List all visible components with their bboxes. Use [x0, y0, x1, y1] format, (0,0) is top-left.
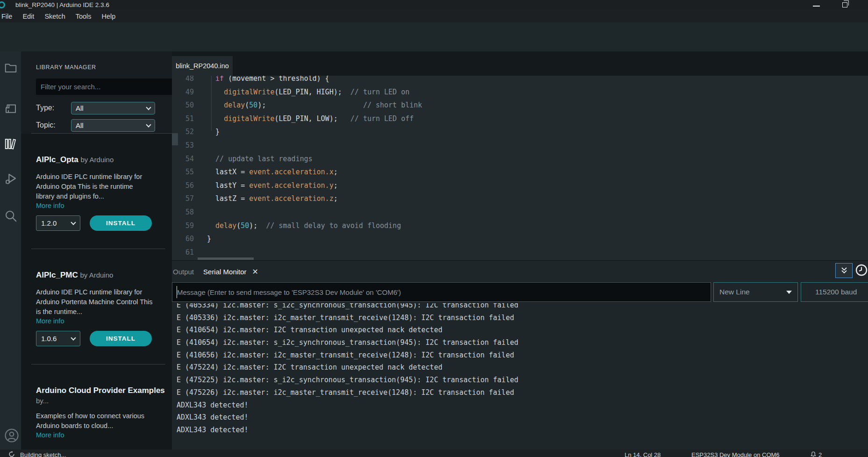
timestamp-toggle-button[interactable]: [855, 264, 868, 277]
library-filter-input[interactable]: [36, 79, 172, 95]
code-line-53: 53: [172, 139, 868, 152]
editor-horizontal-scrollbar[interactable]: [198, 257, 254, 260]
chevron-down-icon: [146, 105, 151, 110]
version-dropdown[interactable]: 1.2.0: [36, 215, 80, 231]
install-button[interactable]: INSTALL: [90, 331, 152, 346]
code-text: delay(50); // short blink: [207, 99, 422, 112]
topic-dropdown[interactable]: All: [71, 119, 155, 132]
line-ending-dropdown[interactable]: New Line: [713, 282, 798, 302]
serial-monitor-output[interactable]: E (405334) i2c.master: s_i2c_synchronous…: [177, 303, 863, 450]
serial-line: E (475225) i2c.master: s_i2c_synchronous…: [177, 374, 863, 386]
code-text: digitalWrite(LED_PIN, LOW); // turn LED …: [207, 112, 414, 126]
boards-manager-icon: [4, 101, 18, 115]
library-name: AlPlc_PMC: [36, 271, 80, 279]
version-value: 1.2.0: [41, 219, 57, 227]
code-line-49: 49 digitalWrite(LED_PIN, HIGH); // turn …: [172, 86, 868, 99]
sidebar-item-search[interactable]: [4, 209, 18, 223]
line-number: 49: [180, 86, 194, 99]
install-button[interactable]: INSTALL: [90, 215, 152, 231]
bell-icon[interactable]: [811, 451, 816, 457]
tab-blink-rp2040[interactable]: blink_RP2040.ino: [172, 56, 233, 76]
code-text: lastZ = event.acceleration.z;: [207, 192, 338, 206]
serial-line: E (475226) i2c.master: i2c_master_transm…: [177, 386, 863, 399]
serial-line: E (410654) i2c.master: I2C transaction u…: [177, 324, 863, 336]
code-line-56: 56 lastY = event.acceleration.y;: [172, 179, 868, 193]
double-chevron-down-icon: [840, 266, 848, 275]
menu-file[interactable]: File: [0, 13, 17, 20]
tab-serial-monitor[interactable]: Serial Monitor: [203, 268, 247, 276]
panel-tab-bar: Output Serial Monitor ✕: [172, 261, 868, 282]
text-cursor: [177, 286, 177, 298]
status-cursor-position[interactable]: Ln 14, Col 28: [625, 451, 661, 457]
code-line-55: 55 lastX = event.acceleration.x;: [172, 165, 868, 179]
more-info-link[interactable]: More info: [36, 317, 166, 325]
line-number: 59: [180, 219, 194, 233]
serial-line: ADXL343 detected!: [177, 399, 863, 412]
line-number: 52: [180, 125, 194, 139]
close-icon[interactable]: ✕: [252, 267, 258, 276]
sidebar-item-sketchbook[interactable]: [4, 61, 18, 75]
line-number: 56: [180, 179, 194, 193]
code-lines: 48 if (movement > threshold) {49 digital…: [172, 76, 868, 259]
version-dropdown[interactable]: 1.0.6: [36, 331, 80, 346]
sidebar-item-boards-manager[interactable]: [4, 101, 18, 115]
serial-line: ADXL343 detected!: [177, 424, 863, 436]
library-manager-icon: [4, 137, 18, 151]
library-description: Arduino IDE PLC runtime library for Ardu…: [36, 287, 153, 317]
status-bar: Building sketch... Ln 14, Col 28 ESP32S3…: [0, 450, 868, 457]
sidebar-item-account[interactable]: [4, 428, 18, 442]
sidebar-item-library-manager[interactable]: [4, 137, 18, 151]
library-author: by...: [36, 397, 49, 405]
library-scrollbar[interactable]: [172, 133, 178, 145]
menu-bar: FileEditSketchToolsHelp: [0, 10, 868, 22]
menu-sketch[interactable]: Sketch: [39, 13, 70, 20]
topic-dropdown-value: All: [76, 121, 84, 129]
tab-output[interactable]: Output: [173, 268, 194, 276]
line-number: 58: [180, 206, 194, 219]
serial-line: ADXL343 detected!: [177, 411, 863, 424]
code-text: }: [207, 125, 220, 139]
main-toolbar: ESP32S3 Dev Module: [0, 22, 868, 51]
code-line-59: 59 delay(50); // small delay to avoid fl…: [172, 219, 868, 233]
title-bar: blink_RP2040 | Arduino IDE 2.3.6: [0, 0, 868, 10]
chevron-down-icon: [786, 291, 792, 294]
line-number: 57: [180, 192, 194, 206]
library-manager-panel: LIBRARY MANAGER Type: All Topic: All AlP…: [21, 51, 172, 450]
serial-line: E (410656) i2c.master: i2c_master_transm…: [177, 349, 863, 362]
line-number: 54: [180, 152, 194, 166]
arduino-app-icon: [0, 1, 5, 8]
minimize-button[interactable]: [813, 6, 820, 7]
library-card: Arduino Cloud Provider Examples by...Exa…: [21, 364, 172, 450]
sidebar-item-debug[interactable]: [4, 172, 18, 186]
code-line-52: 52 }: [172, 125, 868, 139]
code-line-51: 51 digitalWrite(LED_PIN, LOW); // turn L…: [172, 112, 868, 126]
code-editor[interactable]: 48 if (movement > threshold) {49 digital…: [172, 76, 868, 260]
library-author: by Arduino: [80, 156, 114, 164]
status-board-port[interactable]: ESP32S3 Dev Module on COM6: [691, 451, 780, 457]
serial-message-input[interactable]: [172, 282, 711, 302]
collapse-panel-button[interactable]: [835, 263, 853, 278]
code-line-60: 60}: [172, 232, 868, 246]
code-line-57: 57 lastZ = event.acceleration.z;: [172, 192, 868, 206]
notification-count: 2: [818, 451, 822, 457]
editor-tab-bar: blink_RP2040.ino: [172, 51, 868, 76]
serial-line: E (410654) i2c.master: s_i2c_synchronous…: [177, 336, 863, 349]
code-text: if (movement > threshold) {: [207, 76, 329, 86]
baud-rate-dropdown[interactable]: 115200 baud: [801, 282, 868, 302]
activity-bar: [0, 51, 21, 450]
code-text: }: [207, 232, 211, 246]
menu-help[interactable]: Help: [97, 13, 121, 20]
type-dropdown-value: All: [76, 104, 84, 112]
menu-edit[interactable]: Edit: [17, 13, 39, 20]
code-line-61: 61: [172, 246, 868, 259]
type-dropdown[interactable]: All: [71, 102, 155, 114]
restore-button[interactable]: [842, 2, 847, 7]
line-number: 53: [180, 139, 194, 152]
menu-tools[interactable]: Tools: [71, 13, 97, 20]
serial-line: E (405334) i2c.master: s_i2c_synchronous…: [177, 303, 863, 312]
code-line-48: 48 if (movement > threshold) {: [172, 76, 868, 86]
code-text: digitalWrite(LED_PIN, HIGH); // turn LED…: [207, 86, 410, 99]
more-info-link[interactable]: More info: [36, 202, 166, 209]
more-info-link[interactable]: More info: [36, 431, 166, 439]
code-text: // update last readings: [207, 152, 313, 166]
